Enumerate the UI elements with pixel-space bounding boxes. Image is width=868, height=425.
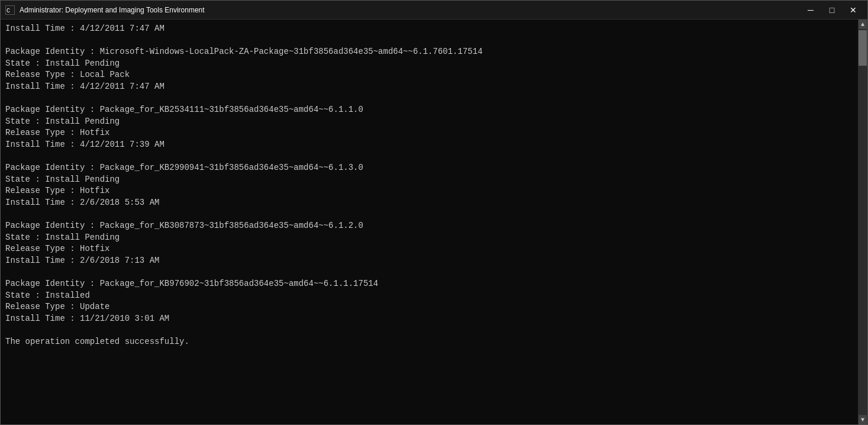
close-button[interactable]: ✕	[844, 4, 863, 16]
scroll-down-arrow[interactable]: ▼	[859, 415, 867, 424]
title-bar: C Administrator: Deployment and Imaging …	[1, 1, 867, 20]
minimize-button[interactable]: ─	[801, 4, 820, 16]
console-output: Install Time : 4/12/2011 7:47 AM Package…	[5, 23, 853, 348]
scroll-thumb[interactable]	[859, 30, 867, 66]
main-window: C Administrator: Deployment and Imaging …	[0, 0, 868, 425]
maximize-button[interactable]: □	[822, 4, 841, 16]
cmd-icon: C	[5, 5, 15, 15]
window-controls: ─ □ ✕	[801, 4, 863, 16]
window-title: Administrator: Deployment and Imaging To…	[20, 6, 205, 14]
title-bar-left: C Administrator: Deployment and Imaging …	[5, 5, 205, 15]
console-content: Install Time : 4/12/2011 7:47 AM Package…	[1, 20, 858, 424]
console-body: Install Time : 4/12/2011 7:47 AM Package…	[1, 20, 867, 424]
svg-text:C: C	[7, 8, 10, 14]
scrollbar: ▲ ▼	[858, 20, 867, 424]
scroll-up-arrow[interactable]: ▲	[859, 20, 867, 29]
